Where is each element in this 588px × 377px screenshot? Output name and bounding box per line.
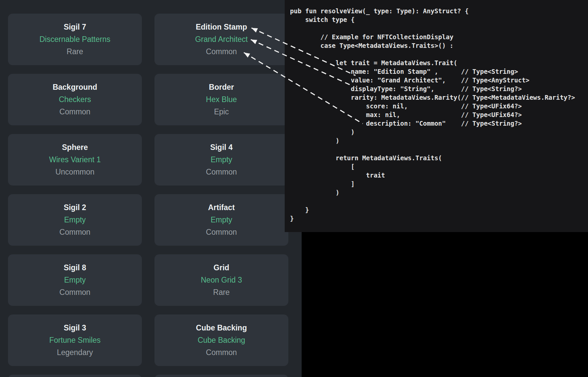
trait-name: Background: [52, 81, 97, 93]
trait-rarity: Uncommon: [55, 166, 95, 178]
trait-value: Empty: [64, 274, 86, 286]
trait-value: Wires Varient 1: [49, 154, 101, 166]
trait-card-sigil-7[interactable]: Sigil 7 Discernable Patterns Rare: [8, 14, 142, 65]
trait-rarity: Common: [206, 346, 237, 359]
trait-name: Sigil 3: [64, 322, 86, 334]
trait-name: Sigil 2: [64, 201, 86, 214]
trait-name: Artifact: [208, 201, 235, 214]
trait-card-sliver: [8, 375, 142, 377]
trait-name: Sphere: [62, 141, 88, 154]
trait-card-cube-backing[interactable]: Cube Backing Cube Backing Common: [154, 314, 288, 366]
trait-card-sigil-8[interactable]: Sigil 8 Empty Common: [8, 254, 142, 306]
trait-rarity: Common: [59, 286, 90, 299]
trait-value: Empty: [211, 154, 232, 166]
trait-value: Hex Blue: [206, 93, 237, 106]
traits-grid: Sigil 7 Discernable Patterns Rare Editio…: [8, 14, 288, 377]
trait-value: Fortune Smiles: [49, 334, 101, 346]
nft-traits-page: Sigil 7 Discernable Patterns Rare Editio…: [0, 0, 302, 377]
trait-card-sigil-2[interactable]: Sigil 2 Empty Common: [8, 194, 142, 246]
trait-rarity: Common: [206, 226, 237, 238]
trait-rarity: Rare: [67, 46, 83, 58]
trait-rarity: Common: [59, 106, 90, 118]
trait-card-background[interactable]: Background Checkers Common: [8, 74, 142, 125]
trait-card-border[interactable]: Border Hex Blue Epic: [154, 74, 288, 125]
trait-name: Grid: [214, 262, 229, 274]
trait-card-sphere[interactable]: Sphere Wires Varient 1 Uncommon: [8, 134, 142, 186]
trait-rarity: Legendary: [57, 346, 93, 359]
trait-value: Empty: [64, 214, 86, 226]
trait-card-sliver: [154, 375, 288, 377]
trait-value: Grand Architect: [195, 33, 248, 46]
trait-rarity: Common: [206, 166, 237, 178]
resolve-view-code: pub fun resolveView(_ type: Type): AnySt…: [285, 0, 588, 223]
trait-card-edition-stamp[interactable]: Edition Stamp Grand Architect Common: [154, 14, 288, 65]
cadence-code-panel: pub fun resolveView(_ type: Type): AnySt…: [285, 0, 588, 232]
trait-card-sigil-3[interactable]: Sigil 3 Fortune Smiles Legendary: [8, 314, 142, 366]
trait-name: Sigil 4: [210, 141, 233, 154]
trait-card-grid[interactable]: Grid Neon Grid 3 Rare: [154, 254, 288, 306]
trait-value: Checkers: [59, 93, 91, 106]
trait-rarity: Epic: [214, 106, 229, 118]
trait-card-artifact[interactable]: Artifact Empty Common: [154, 194, 288, 246]
trait-value: Discernable Patterns: [40, 33, 111, 46]
screenshot-root: Sigil 7 Discernable Patterns Rare Editio…: [0, 0, 588, 377]
trait-card-sigil-4[interactable]: Sigil 4 Empty Common: [154, 134, 288, 186]
trait-rarity: Rare: [213, 286, 230, 299]
trait-rarity: Common: [59, 226, 90, 238]
trait-name: Sigil 7: [64, 21, 86, 33]
trait-name: Border: [209, 81, 234, 93]
trait-name: Cube Backing: [196, 322, 247, 334]
trait-value: Empty: [211, 214, 232, 226]
trait-name: Sigil 8: [64, 262, 86, 274]
trait-value: Cube Backing: [198, 334, 245, 346]
trait-value: Neon Grid 3: [201, 274, 242, 286]
trait-name: Edition Stamp: [196, 21, 247, 33]
trait-rarity: Common: [206, 46, 237, 58]
